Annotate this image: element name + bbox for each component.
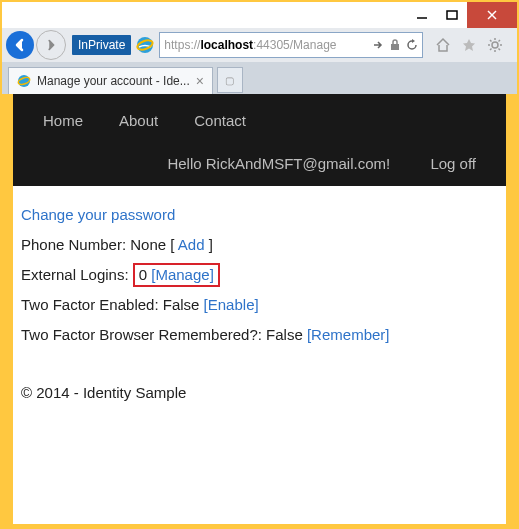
window-titlebar	[0, 0, 519, 28]
minimize-button[interactable]	[407, 2, 437, 28]
lock-icon[interactable]	[390, 39, 400, 51]
site-nav: Home About Contact	[43, 112, 476, 129]
remember-row: Two Factor Browser Remembered?: False [R…	[21, 320, 498, 350]
greeting-link[interactable]: Hello RickAndMSFT@gmail.com!	[167, 155, 390, 172]
ie-favicon-icon	[17, 74, 31, 88]
phone-add-link[interactable]: Add	[178, 236, 205, 253]
url-scheme: https://	[164, 38, 200, 52]
twofactor-value: False	[163, 296, 200, 313]
external-logins-row: External Logins: 0 [Manage]	[21, 260, 498, 290]
browser-toolbar: InPrivate https://localhost:44305/Manage	[0, 28, 519, 62]
external-logins-count: 0	[139, 266, 147, 283]
inprivate-badge: InPrivate	[72, 35, 131, 55]
bracket-open: [	[170, 236, 178, 253]
new-tab-button[interactable]: ▢	[217, 67, 243, 93]
svg-point-7	[492, 42, 498, 48]
tab-manage-account[interactable]: Manage your account - Ide... ×	[8, 67, 213, 94]
phone-value: None	[130, 236, 166, 253]
page-body: Home About Contact Hello RickAndMSFT@gma…	[13, 94, 506, 524]
external-logins-highlight: 0 [Manage]	[133, 263, 220, 287]
svg-line-12	[490, 40, 492, 42]
remember-link[interactable]: [Remember]	[307, 326, 390, 343]
manage-content: Change your password Phone Number: None …	[13, 186, 506, 350]
nav-home[interactable]: Home	[43, 112, 83, 129]
phone-row: Phone Number: None [ Add ]	[21, 230, 498, 260]
home-icon[interactable]	[435, 37, 451, 53]
go-icon[interactable]	[372, 39, 384, 51]
svg-line-13	[499, 49, 501, 51]
url-path: /Manage	[290, 38, 337, 52]
change-password-link[interactable]: Change your password	[21, 206, 175, 223]
account-bar: Hello RickAndMSFT@gmail.com! Log off	[43, 155, 476, 172]
svg-point-16	[18, 75, 30, 87]
phone-label: Phone Number:	[21, 236, 126, 253]
external-logins-label: External Logins:	[21, 266, 129, 283]
twofactor-row: Two Factor Enabled: False [Enable]	[21, 290, 498, 320]
back-button[interactable]	[6, 31, 34, 59]
remember-label: Two Factor Browser Remembered?:	[21, 326, 262, 343]
site-header: Home About Contact Hello RickAndMSFT@gma…	[13, 94, 506, 186]
svg-rect-6	[391, 44, 399, 50]
ie-logo-icon	[135, 35, 155, 55]
url-port: :44305	[253, 38, 290, 52]
twofactor-label: Two Factor Enabled:	[21, 296, 159, 313]
favorites-icon[interactable]	[461, 37, 477, 53]
external-logins-manage-link[interactable]: [Manage]	[151, 266, 214, 283]
logoff-link[interactable]: Log off	[430, 155, 476, 172]
tab-strip: Manage your account - Ide... × ▢	[0, 62, 519, 94]
bracket-close: ]	[204, 236, 212, 253]
twofactor-enable-link[interactable]: [Enable]	[204, 296, 259, 313]
nav-contact[interactable]: Contact	[194, 112, 246, 129]
svg-rect-1	[447, 11, 457, 19]
tab-title: Manage your account - Ide...	[37, 74, 190, 88]
tools-gear-icon[interactable]	[487, 37, 503, 53]
svg-line-15	[499, 40, 501, 42]
svg-line-14	[490, 49, 492, 51]
window-close-button[interactable]	[467, 2, 517, 28]
maximize-button[interactable]	[437, 2, 467, 28]
address-bar[interactable]: https://localhost:44305/Manage	[159, 32, 423, 58]
tab-close-icon[interactable]: ×	[196, 73, 204, 89]
nav-about[interactable]: About	[119, 112, 158, 129]
remember-value: False	[266, 326, 303, 343]
page-footer: © 2014 - Identity Sample	[13, 350, 506, 401]
refresh-icon[interactable]	[406, 39, 418, 51]
url-host: localhost	[200, 38, 253, 52]
forward-button[interactable]	[36, 30, 66, 60]
